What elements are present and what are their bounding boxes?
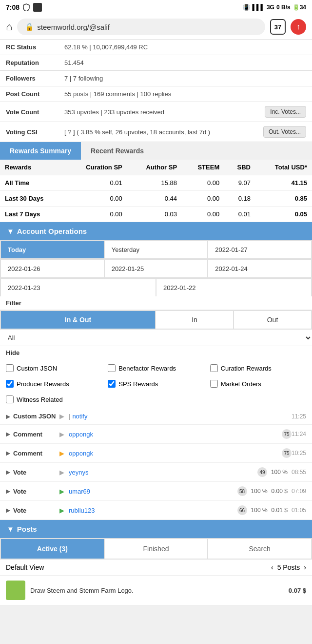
- filter-tabs: In & OutInOut: [0, 310, 312, 330]
- checkbox-input[interactable]: [108, 364, 116, 372]
- time-display: 7:08: [6, 3, 20, 11]
- data-speed: 0 B/s: [276, 4, 291, 11]
- checkbox-label: Custom JSON: [17, 365, 57, 372]
- rewards-table: Rewards Curation SP Author SP STEEM SBD …: [0, 160, 312, 222]
- voting-csi-value: [ ? ] ( 3.85 % self, 26 upvotes, 18 acco…: [64, 128, 260, 136]
- op-user[interactable]: oppongk: [69, 431, 280, 438]
- tab-recent-rewards[interactable]: Recent Rewards: [81, 142, 154, 160]
- op-user[interactable]: umar69: [69, 488, 236, 495]
- rewards-tabs: Rewards Summary Recent Rewards: [0, 142, 312, 160]
- date-cell[interactable]: 2022-01-24: [208, 260, 311, 277]
- posts-view-label: Default View: [6, 563, 44, 571]
- posts-tab-finished[interactable]: Finished: [105, 539, 208, 559]
- op-expand-arrow[interactable]: ▶: [6, 413, 10, 420]
- op-time: 01:05: [292, 507, 306, 514]
- checkbox-input[interactable]: [6, 395, 14, 403]
- op-time: 07:09: [292, 488, 306, 495]
- tab-count[interactable]: 37: [270, 19, 286, 35]
- op-direction-icon: ▶: [57, 488, 67, 495]
- inc-votes-button[interactable]: Inc. Votes...: [265, 106, 306, 118]
- date-grid-row3: 2022-01-232022-01-22: [0, 278, 312, 296]
- op-type: Vote: [13, 488, 57, 495]
- date-grid-row2: 2022-01-262022-01-252022-01-24: [0, 259, 312, 278]
- op-separator: |: [69, 413, 70, 420]
- checkbox-label: Witness Related: [17, 396, 63, 403]
- op-pct: 100 %: [251, 507, 268, 514]
- out-votes-button[interactable]: Out. Votes...: [263, 126, 306, 138]
- date-cell[interactable]: 2022-01-22: [156, 279, 311, 296]
- operation-row[interactable]: ▶ Comment ▶ oppongk75 11:24: [0, 425, 312, 444]
- operation-row[interactable]: ▶ Vote ▶ yeynys49 100 % 08:55: [0, 463, 312, 482]
- operation-row[interactable]: ▶ Vote ▶ umar6958 100 % 0.00 $ 07:09: [0, 482, 312, 501]
- date-cell[interactable]: 2022-01-25: [105, 260, 208, 277]
- home-icon[interactable]: ⌂: [6, 21, 12, 33]
- op-expand-arrow[interactable]: ▶: [6, 507, 10, 514]
- filter-select[interactable]: All: [0, 330, 312, 346]
- checkbox-input[interactable]: [210, 380, 218, 388]
- checkbox-item[interactable]: Custom JSON: [4, 361, 104, 375]
- filter-tab-out[interactable]: Out: [234, 311, 311, 329]
- checkbox-item[interactable]: Benefactor Rewards: [106, 361, 206, 375]
- date-cell[interactable]: 2022-01-23: [1, 279, 156, 296]
- network-label: 3G: [267, 4, 274, 11]
- op-user[interactable]: oppongk: [69, 450, 280, 457]
- checkbox-label: SPS Rewards: [118, 380, 158, 388]
- account-operations-header: ▼ Account Operations: [0, 222, 312, 240]
- table-row: Last 7 Days 0.00 0.03 0.00 0.01 0.05: [0, 207, 312, 222]
- op-expand-arrow[interactable]: ▶: [6, 450, 10, 457]
- post-count-row: Post Count 55 posts | 169 comments | 100…: [0, 86, 312, 102]
- checkbox-item[interactable]: Market Orders: [208, 377, 308, 391]
- col-sbd: SBD: [224, 160, 255, 175]
- hide-checkboxes: Custom JSONBenefactor RewardsCuration Re…: [0, 359, 312, 408]
- upload-button[interactable]: ↑: [291, 19, 306, 35]
- reputation-row: Reputation 51.454: [0, 55, 312, 71]
- op-time: 11:25: [292, 413, 306, 420]
- op-badge: 58: [237, 486, 247, 496]
- row-total-usd: 0.85: [255, 191, 312, 207]
- operation-row[interactable]: ▶ Custom JSON ▶ | notify 11:25: [0, 408, 312, 425]
- followers-value: 7 | 7 following: [64, 75, 306, 82]
- tab-rewards-summary[interactable]: Rewards Summary: [0, 142, 81, 160]
- row-author-sp: 0.44: [127, 191, 182, 207]
- op-user[interactable]: yeynys: [69, 469, 256, 476]
- url-bar[interactable]: 🔒 steemworld.org/@salif: [17, 19, 265, 35]
- op-type: Comment: [13, 431, 57, 438]
- posts-tabs: Active (3)FinishedSearch: [0, 538, 312, 560]
- date-cell[interactable]: Yesterday: [105, 241, 208, 258]
- vibrate-icon: 📳: [243, 4, 250, 11]
- checkbox-item[interactable]: Curation Rewards: [208, 361, 308, 375]
- op-expand-arrow[interactable]: ▶: [6, 488, 10, 495]
- post-title: Draw Steem and Stemm Farm Logo.: [30, 587, 289, 594]
- row-total-usd: 41.15: [255, 175, 312, 191]
- posts-tab-search[interactable]: Search: [208, 539, 311, 559]
- filter-tab-in[interactable]: In: [156, 311, 233, 329]
- op-expand-arrow[interactable]: ▶: [6, 431, 10, 437]
- row-curation-sp: 0.00: [65, 207, 127, 222]
- vote-count-row: Vote Count 353 upvotes | 233 upvotes rec…: [0, 102, 312, 122]
- checkbox-item[interactable]: Witness Related: [4, 393, 104, 406]
- filter-tab-in-&-out[interactable]: In & Out: [1, 311, 155, 329]
- op-expand-arrow[interactable]: ▶: [6, 469, 10, 476]
- checkbox-input[interactable]: [6, 380, 14, 388]
- row-label: Last 30 Days: [0, 191, 65, 207]
- checkbox-label: Producer Rewards: [17, 380, 69, 388]
- operation-row[interactable]: ▶ Comment ▶ oppongk75 10:25: [0, 444, 312, 463]
- row-steem: 0.00: [182, 175, 224, 191]
- op-badge: 75: [282, 448, 292, 458]
- op-pct: 100 %: [271, 469, 288, 476]
- posts-count: 5 Posts: [277, 563, 300, 571]
- op-user[interactable]: rubilu123: [69, 507, 236, 514]
- operation-row[interactable]: ▶ Vote ▶ rubilu12366 100 % 0.01 $ 01:05: [0, 501, 312, 520]
- post-item[interactable]: Draw Steem and Stemm Farm Logo. 0.07 $: [0, 576, 312, 605]
- checkbox-item[interactable]: SPS Rewards: [106, 377, 206, 391]
- checkbox-item[interactable]: Producer Rewards: [4, 377, 104, 391]
- date-cell[interactable]: Today: [1, 241, 104, 258]
- posts-tab-active--3-[interactable]: Active (3): [1, 539, 104, 559]
- checkbox-input[interactable]: [108, 380, 116, 388]
- shield-icon: [22, 3, 30, 11]
- checkbox-input[interactable]: [210, 364, 218, 372]
- date-cell[interactable]: 2022-01-27: [208, 241, 311, 258]
- col-rewards: Rewards: [0, 160, 65, 175]
- date-cell[interactable]: 2022-01-26: [1, 260, 104, 277]
- checkbox-input[interactable]: [6, 364, 14, 372]
